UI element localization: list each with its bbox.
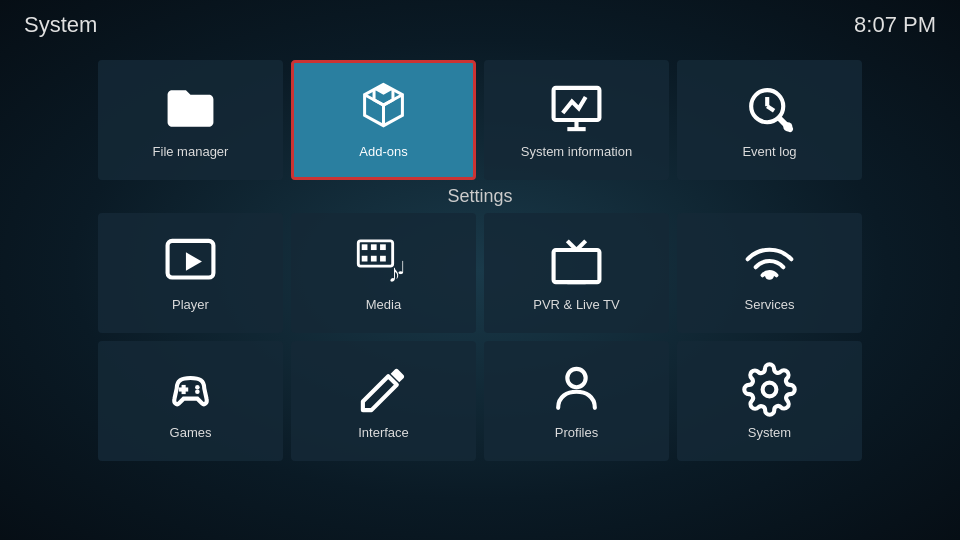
tile-event-log[interactable]: Event log <box>677 60 862 180</box>
tile-label-profiles: Profiles <box>555 425 598 440</box>
tile-media[interactable]: Media <box>291 213 476 333</box>
page-title: System <box>24 12 97 38</box>
tile-label-system: System <box>748 425 791 440</box>
main-content: File managerAdd-onsSystem informationEve… <box>0 50 960 540</box>
wifi-icon <box>742 234 797 289</box>
settings-label: Settings <box>447 186 512 207</box>
tile-label-player: Player <box>172 297 209 312</box>
play-icon <box>163 234 218 289</box>
media-icon <box>356 234 411 289</box>
tile-profiles[interactable]: Profiles <box>484 341 669 461</box>
tile-label-file-manager: File manager <box>153 144 229 159</box>
top-row: File managerAdd-onsSystem informationEve… <box>80 60 880 180</box>
clock-search-icon <box>742 81 797 136</box>
tile-interface[interactable]: Interface <box>291 341 476 461</box>
tile-file-manager[interactable]: File manager <box>98 60 283 180</box>
gamepad-icon <box>163 362 218 417</box>
header: System 8:07 PM <box>0 0 960 50</box>
tile-label-pvr-live-tv: PVR & Live TV <box>533 297 619 312</box>
grid-row-1: PlayerMediaPVR & Live TVServices <box>80 213 880 333</box>
tile-system[interactable]: System <box>677 341 862 461</box>
tile-pvr-live-tv[interactable]: PVR & Live TV <box>484 213 669 333</box>
tile-add-ons[interactable]: Add-ons <box>291 60 476 180</box>
box-icon <box>356 81 411 136</box>
tile-label-media: Media <box>366 297 401 312</box>
grid-row-2: GamesInterfaceProfilesSystem <box>80 341 880 461</box>
tile-system-information[interactable]: System information <box>484 60 669 180</box>
tile-label-system-information: System information <box>521 144 632 159</box>
tile-label-event-log: Event log <box>742 144 796 159</box>
tile-label-interface: Interface <box>358 425 409 440</box>
tile-label-add-ons: Add-ons <box>359 144 407 159</box>
presentation-icon <box>549 81 604 136</box>
tile-games[interactable]: Games <box>98 341 283 461</box>
tv-icon <box>549 234 604 289</box>
tile-player[interactable]: Player <box>98 213 283 333</box>
gear-icon <box>742 362 797 417</box>
tile-label-games: Games <box>170 425 212 440</box>
folder-icon <box>163 81 218 136</box>
pen-icon <box>356 362 411 417</box>
tile-services[interactable]: Services <box>677 213 862 333</box>
clock: 8:07 PM <box>854 12 936 38</box>
person-icon <box>549 362 604 417</box>
tile-label-services: Services <box>745 297 795 312</box>
